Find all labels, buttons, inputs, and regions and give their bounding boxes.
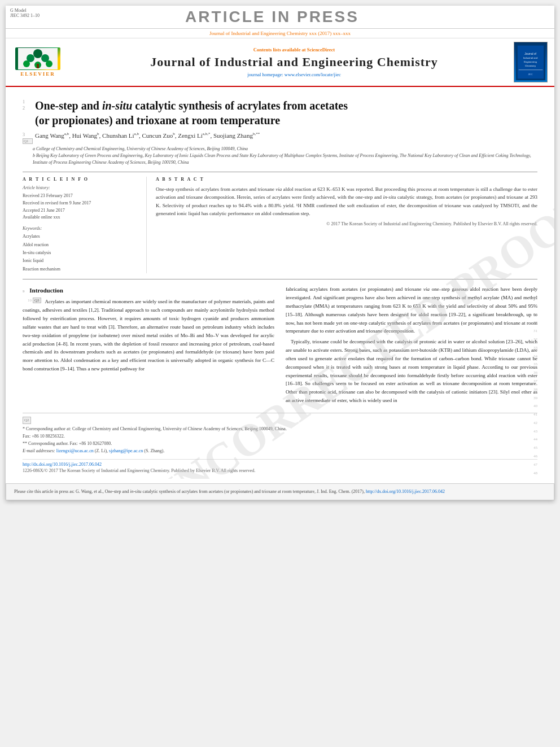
body-section: UNCORRECTED PROOF 9 Introduction 10 Q3 A…: [23, 285, 537, 407]
top-banner: G Model JIEC 3492 1–10 ARTICLE IN PRESS: [6, 6, 554, 29]
q3-badge: Q3: [33, 298, 41, 303]
footnotes: Q2 * Corresponding author at: College of…: [23, 413, 537, 455]
page: G Model JIEC 3492 1–10 ARTICLE IN PRESS …: [6, 6, 554, 500]
svg-point-1: [33, 49, 42, 58]
citation-doi-link[interactable]: http://dx.doi.org/10.1016/j.jiec.2017.06…: [366, 489, 445, 494]
homepage-url[interactable]: www.elsevier.com/locate/jiec: [285, 72, 341, 77]
q1-badge: Q1: [23, 138, 33, 144]
svg-text:Industrial and: Industrial and: [523, 56, 538, 59]
authors-text: Gang Wanga,b, Hui Wangb, Chunshan Lia,b,…: [35, 131, 260, 141]
svg-text:Journal of: Journal of: [524, 53, 536, 55]
right-para-2: Typically, trioxane could be decomposed …: [286, 338, 537, 405]
citation-box: Please cite this article in press as: G.…: [6, 483, 554, 500]
body-col-right: fabricating acrylates from acetates (or …: [286, 285, 537, 407]
article-info-col: A R T I C L E I N F O Article history: R…: [23, 177, 147, 273]
body-two-col: 9 Introduction 10 Q3 Acrylates as import…: [23, 285, 537, 407]
abstract-col: A B S T R A C T One-step synthesis of ac…: [156, 177, 537, 273]
journal-header: ELSEVIER Contents lists available at Sci…: [6, 38, 554, 87]
sciencedirect-link[interactable]: ScienceDirect: [307, 47, 335, 53]
q2-marker: Q2: [23, 417, 31, 424]
svg-text:Engineering: Engineering: [524, 60, 537, 63]
introduction-heading: 9 Introduction: [23, 285, 274, 295]
journal-cover-image: Journal of Industrial and Engineering Ch…: [514, 42, 548, 82]
g-model-info: G Model JIEC 3492 1–10: [10, 8, 40, 18]
affiliations: a College of Chemistry and Chemical Engi…: [33, 146, 537, 166]
revised-date: Received in revised form 9 June 2017: [23, 200, 139, 207]
elsevier-logo-img: [15, 47, 60, 70]
contents-available: Contents lists available at ScienceDirec…: [75, 47, 514, 53]
svg-text:JIEC: JIEC: [528, 73, 532, 76]
body-col-left: 9 Introduction 10 Q3 Acrylates as import…: [23, 285, 274, 407]
footnote-1-fax: Fax: +86 10 88256322.: [23, 433, 537, 440]
footnote-emails: E-mail addresses: lizengxi@ucas.ac.cn (Z…: [23, 448, 537, 455]
keywords-label: Keywords:: [23, 226, 139, 231]
abstract-label: A B S T R A C T: [156, 177, 537, 182]
article-info-abstract: A R T I C L E I N F O Article history: R…: [23, 172, 537, 273]
svg-rect-7: [37, 64, 39, 68]
journal-center: Contents lists available at ScienceDirec…: [75, 47, 514, 77]
elsevier-text: ELSEVIER: [20, 71, 55, 77]
footnote-2: ** Corresponding author. Fax: +86 10 826…: [23, 440, 537, 448]
authors-section: 3 Q1 Gang Wanga,b, Hui Wangb, Chunshan L…: [23, 131, 537, 144]
abstract-text: One-step synthesis of acrylates from ace…: [156, 185, 537, 218]
journal-title: Journal of Industrial and Engineering Ch…: [75, 55, 514, 69]
journal-homepage: journal homepage: www.elsevier.com/locat…: [75, 72, 514, 77]
footnote-1: * Corresponding author at: College of Ch…: [23, 426, 537, 433]
right-para-1: fabricating acrylates from acetates (or …: [286, 285, 537, 335]
line-num-1: 1: [23, 99, 33, 104]
line-num-2: 2: [23, 106, 33, 111]
accepted-date: Accepted 21 June 2017: [23, 207, 139, 215]
journal-link-bar: Journal of Industrial and Engineering Ch…: [6, 29, 554, 38]
content-area: 1 2 One-step and in-situ catalytic synth…: [6, 87, 554, 479]
bottom-copyright: 1226-086X/© 2017 The Korean Society of I…: [23, 468, 537, 473]
keywords-list: Acrylates Aldol reaction In-situ catalys…: [23, 233, 139, 273]
received-date: Received 23 February 2017: [23, 193, 139, 200]
copyright-text: © 2017 The Korean Society of Industrial …: [156, 221, 537, 226]
article-title: One-step and in-situ catalytic synthesis…: [35, 98, 348, 128]
right-line-numbers: 26 27 28 29 30 31 32 33 34 35 36 37 38 3…: [533, 285, 537, 479]
elsevier-logo: ELSEVIER: [12, 47, 63, 78]
intro-para-1: 10 Q3 Acrylates as important chemical mo…: [23, 298, 274, 373]
available-online: Available online xxx: [23, 214, 139, 221]
svg-point-4: [23, 60, 30, 67]
doi-url[interactable]: http://dx.doi.org/10.1016/j.jiec.2017.06…: [23, 462, 102, 467]
svg-point-6: [46, 60, 53, 67]
article-title-section: 1 2 One-step and in-situ catalytic synth…: [23, 98, 537, 128]
line-9-indicator: 9: [23, 289, 25, 294]
svg-text:Chemistry: Chemistry: [525, 64, 536, 67]
history-label: Article history:: [23, 185, 139, 190]
body-divider: [23, 279, 537, 279]
svg-rect-14: [519, 69, 543, 70]
article-info-label: A R T I C L E I N F O: [23, 177, 139, 182]
doi-link: http://dx.doi.org/10.1016/j.jiec.2017.06…: [23, 459, 537, 467]
article-in-press-title: ARTICLE IN PRESS: [40, 8, 505, 26]
article-in-press-banner: ARTICLE IN PRESS: [40, 8, 505, 26]
